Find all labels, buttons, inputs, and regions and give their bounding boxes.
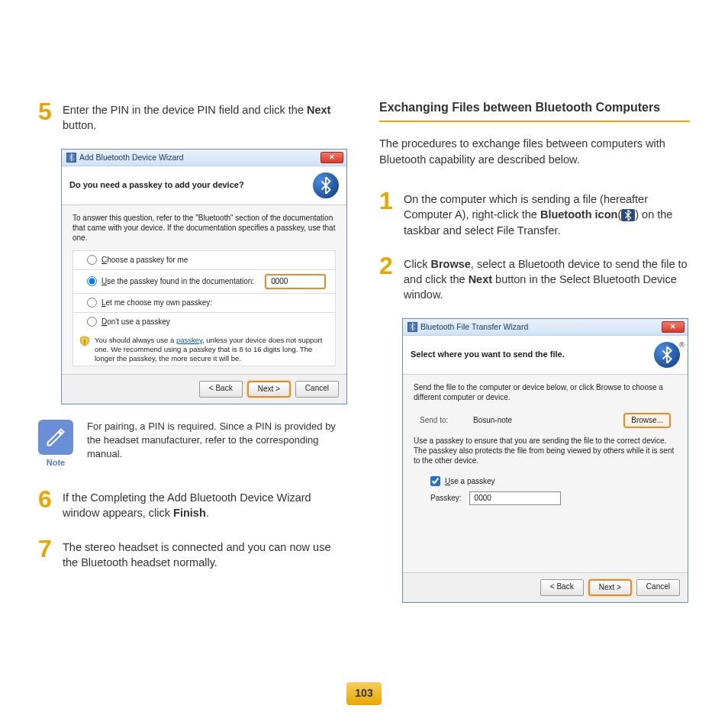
bold-text: Next bbox=[469, 273, 492, 285]
close-icon[interactable]: ✕ bbox=[662, 321, 685, 333]
radio-input[interactable] bbox=[87, 276, 97, 286]
left-column: 5 Enter the PIN in the device PIN field … bbox=[38, 99, 349, 617]
radio-input[interactable] bbox=[87, 298, 97, 308]
bluetooth-file-transfer-dialog: Bluetooth File Transfer Wizard ✕ Select … bbox=[402, 318, 688, 603]
add-bluetooth-wizard-dialog: Add Bluetooth Device Wizard ✕ Do you nee… bbox=[61, 149, 347, 404]
passkey-field[interactable]: 0000 bbox=[469, 491, 561, 505]
dialog-body: To answer this question, refer to the "B… bbox=[62, 205, 346, 374]
step-2: 2 Click Browse, select a Bluetooth devic… bbox=[379, 253, 690, 303]
step-number: 6 bbox=[38, 487, 55, 521]
svg-text:!: ! bbox=[84, 337, 85, 345]
step-text: Enter the PIN in the device PIN field an… bbox=[63, 99, 349, 134]
close-icon[interactable]: ✕ bbox=[321, 152, 343, 163]
checkbox-input[interactable] bbox=[430, 476, 440, 486]
warning-note: ! You should always use a passkey, unles… bbox=[73, 331, 335, 366]
radio-choose-passkey[interactable]: Choose a passkey for me bbox=[73, 251, 335, 270]
step-number: 1 bbox=[379, 188, 396, 238]
step-text: If the Completing the Add Bluetooth Devi… bbox=[63, 487, 349, 521]
bluetooth-icon bbox=[66, 153, 76, 163]
dialog-instruction: To answer this question, refer to the "B… bbox=[72, 213, 336, 243]
use-passkey-checkbox[interactable]: Use a passkey bbox=[414, 473, 677, 490]
step-5: 5 Enter the PIN in the device PIN field … bbox=[38, 99, 349, 134]
step-text: On the computer which is sending a file … bbox=[404, 188, 690, 238]
radio-let-me-choose[interactable]: Let me choose my own passkey: bbox=[73, 294, 335, 313]
passkey-row: Passkey: 0000 bbox=[414, 490, 677, 511]
bold-text: Bluetooth icon bbox=[540, 208, 618, 221]
step-number: 5 bbox=[38, 99, 55, 134]
step-number: 7 bbox=[38, 536, 55, 571]
dialog-titlebar: Bluetooth File Transfer Wizard ✕ bbox=[403, 319, 688, 336]
dialog-header-text: Select where you want to send the file. bbox=[411, 349, 565, 360]
dialog-title: Add Bluetooth Device Wizard bbox=[79, 152, 184, 163]
bluetooth-taskbar-icon bbox=[621, 209, 635, 221]
back-button[interactable]: < Back bbox=[199, 381, 243, 398]
step-text: Click Browse, select a Bluetooth device … bbox=[404, 253, 690, 303]
text: Enter the PIN in the device PIN field an… bbox=[63, 104, 307, 116]
dialog-titlebar: Add Bluetooth Device Wizard ✕ bbox=[62, 150, 346, 166]
page-number-badge: 103 bbox=[346, 682, 382, 705]
dialog-title: Bluetooth File Transfer Wizard bbox=[420, 321, 528, 333]
dialog-footer: < Back Next > Cancel bbox=[62, 374, 346, 404]
note-pencil-icon bbox=[38, 420, 73, 455]
step-1: 1 On the computer which is sending a fil… bbox=[379, 188, 690, 238]
shield-warning-icon: ! bbox=[79, 336, 90, 346]
text: Click bbox=[404, 258, 430, 270]
dialog-instruction: Send the file to the computer or device … bbox=[414, 382, 677, 402]
next-button[interactable]: Next > bbox=[247, 381, 291, 398]
browse-button[interactable]: Browse... bbox=[623, 413, 671, 428]
radio-input[interactable] bbox=[87, 255, 97, 265]
text: button. bbox=[63, 119, 96, 131]
text: You should always use a bbox=[95, 336, 176, 344]
bold-text: Next bbox=[307, 104, 330, 116]
bluetooth-logo-icon bbox=[654, 342, 680, 368]
section-rule bbox=[379, 121, 690, 122]
radio-dont-use[interactable]: Don't use a passkey bbox=[73, 313, 335, 331]
right-column: Exchanging Files between Bluetooth Compu… bbox=[379, 99, 690, 617]
note-text: For pairing, a PIN is required. Since a … bbox=[87, 420, 349, 462]
bold-text: Finish bbox=[173, 507, 206, 519]
bold-text: Browse bbox=[430, 258, 470, 270]
cancel-button[interactable]: Cancel bbox=[295, 381, 339, 398]
passkey-link[interactable]: passkey bbox=[176, 336, 202, 344]
step-number: 2 bbox=[379, 253, 396, 303]
step-text: The stereo headset is connected and you … bbox=[63, 536, 349, 571]
next-button[interactable]: Next > bbox=[588, 579, 632, 596]
dialog-footer: < Back Next > Cancel bbox=[403, 572, 688, 602]
send-to-row: Send to: Bosun-note Browse... bbox=[414, 410, 677, 431]
step-6: 6 If the Completing the Add Bluetooth De… bbox=[38, 487, 349, 521]
dialog-header-text: Do you need a passkey to add your device… bbox=[69, 179, 244, 191]
send-to-label: Send to: bbox=[420, 415, 465, 426]
radio-input[interactable] bbox=[87, 317, 97, 327]
radio-use-documentation[interactable]: Use the passkey found in the documentati… bbox=[73, 270, 335, 294]
note-box: Note For pairing, a PIN is required. Sin… bbox=[38, 420, 349, 469]
back-button[interactable]: < Back bbox=[540, 579, 584, 596]
passkey-note: Use a passkey to ensure that you are sen… bbox=[414, 436, 677, 465]
dialog-header: Do you need a passkey to add your device… bbox=[62, 166, 346, 205]
passkey-label: Passkey: bbox=[430, 493, 462, 504]
section-title: Exchanging Files between Bluetooth Compu… bbox=[379, 99, 690, 116]
bluetooth-logo-icon bbox=[313, 172, 339, 198]
step-7: 7 The stereo headset is connected and yo… bbox=[38, 536, 349, 571]
text: . bbox=[206, 507, 209, 519]
dialog-body: Send the file to the computer or device … bbox=[403, 375, 688, 572]
passkey-input[interactable]: 0000 bbox=[265, 274, 326, 289]
intro-paragraph: The procedures to exchange files between… bbox=[379, 136, 690, 167]
send-to-value: Bosun-note bbox=[473, 415, 616, 426]
cancel-button[interactable]: Cancel bbox=[636, 579, 680, 596]
bluetooth-icon bbox=[407, 322, 417, 332]
dialog-header: Select where you want to send the file. bbox=[403, 336, 688, 375]
note-label: Note bbox=[38, 457, 73, 469]
